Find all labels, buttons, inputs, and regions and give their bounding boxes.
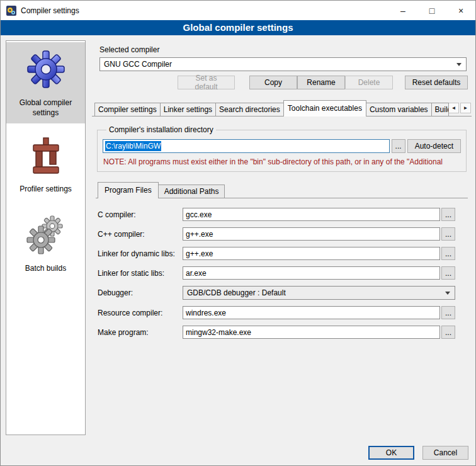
toolchain-executables-page: Compiler's installation directory C:\ray… [92, 116, 472, 448]
selected-compiler-value: GNU GCC Compiler [104, 60, 172, 69]
cpp-compiler-input[interactable] [183, 227, 440, 241]
field-row-linker-static: Linker for static libs: ... [98, 266, 455, 280]
set-as-default-button[interactable]: Set as default [178, 76, 235, 89]
tab-build[interactable]: Build [431, 103, 449, 116]
note-text: NOTE: All programs must exist either in … [103, 157, 461, 166]
sidebar-item-label: Profiler settings [20, 185, 72, 195]
window-title: Compiler settings [21, 6, 79, 15]
copy-button[interactable]: Copy [249, 76, 297, 89]
installation-directory-group-label: Compiler's installation directory [106, 125, 216, 134]
gears-gray-icon [26, 213, 66, 257]
sidebar-item-global-compiler-settings[interactable]: Global compiler settings [6, 42, 85, 123]
field-row-c-compiler: C compiler: ... [98, 208, 455, 221]
installation-directory-browse-button[interactable]: ... [392, 139, 405, 153]
c-compiler-input[interactable] [183, 208, 440, 221]
field-row-debugger: Debugger: GDB/CDB debugger : Default [98, 286, 455, 300]
dialog-footer: OK Cancel [368, 446, 468, 460]
installation-directory-value: C:\raylib\MinGW [105, 141, 161, 151]
window-controls: – □ × [388, 1, 475, 20]
maximize-icon[interactable]: □ [417, 1, 446, 20]
dialog-header-title: Global compiler settings [1, 20, 475, 35]
field-row-make-program: Make program: ... [98, 326, 455, 339]
field-row-linker-dynamic: Linker for dynamic libs: ... [98, 247, 455, 260]
tab-custom-variables[interactable]: Custom variables [366, 103, 432, 116]
chevron-down-icon [445, 292, 450, 295]
installation-directory-input[interactable]: C:\raylib\MinGW [103, 139, 390, 153]
tab-search-directories[interactable]: Search directories [215, 103, 284, 116]
program-files-fields: C compiler: ... C++ compiler: ... Linker… [96, 198, 468, 339]
tab-program-files[interactable]: Program Files [98, 182, 159, 198]
ok-button[interactable]: OK [368, 446, 414, 460]
field-row-cpp-compiler: C++ compiler: ... [98, 227, 455, 241]
main-content: Selected compiler GNU GCC Compiler Set a… [92, 40, 472, 448]
resource-compiler-browse-button[interactable]: ... [441, 306, 455, 319]
titlebar: Compiler settings – □ × [1, 1, 475, 20]
tab-toolchain-executables[interactable]: Toolchain executables [283, 100, 366, 116]
compiler-actions: Set as default Copy Rename Delete Reset … [92, 76, 472, 89]
tab-scroll-left-icon[interactable]: ◄ [448, 103, 459, 113]
resource-compiler-input[interactable] [183, 306, 440, 319]
cpp-compiler-label: C++ compiler: [98, 230, 183, 239]
tab-scroll-controls: ◄ ► [448, 103, 472, 113]
gear-blue-icon [26, 49, 66, 91]
linker-dynamic-input[interactable] [183, 247, 440, 260]
debugger-dropdown[interactable]: GDB/CDB debugger : Default [183, 286, 455, 300]
debugger-value: GDB/CDB debugger : Default [187, 288, 286, 297]
tab-scroll-right-icon[interactable]: ► [460, 103, 471, 113]
sidebar-item-label: Batch builds [25, 264, 66, 274]
compiler-settings-dialog: Compiler settings – □ × Global compiler … [0, 0, 476, 466]
tab-linker-settings[interactable]: Linker settings [160, 103, 216, 116]
sidebar-item-batch-builds[interactable]: Batch builds [6, 207, 85, 280]
sidebar-item-label: Global compiler settings [8, 98, 83, 118]
close-icon[interactable]: × [446, 1, 475, 20]
rename-button[interactable]: Rename [297, 76, 345, 89]
sidebar: Global compiler settings Profiler settin… [6, 40, 86, 435]
resource-compiler-label: Resource compiler: [98, 309, 183, 317]
auto-detect-button[interactable]: Auto-detect [407, 139, 461, 153]
linker-dynamic-browse-button[interactable]: ... [441, 247, 455, 260]
sidebar-item-profiler-settings[interactable]: Profiler settings [6, 130, 85, 200]
installation-directory-row: C:\raylib\MinGW ... Auto-detect [103, 139, 461, 153]
linker-static-browse-button[interactable]: ... [441, 266, 455, 280]
profiler-tool-icon [28, 137, 64, 178]
app-icon [6, 6, 16, 16]
settings-tabbar: Compiler settings Linker settings Search… [92, 100, 472, 116]
make-program-browse-button[interactable]: ... [441, 326, 455, 339]
reset-defaults-button[interactable]: Reset defaults [405, 76, 468, 89]
tab-additional-paths[interactable]: Additional Paths [158, 185, 225, 198]
make-program-input[interactable] [183, 326, 440, 339]
c-compiler-label: C compiler: [98, 210, 183, 219]
minimize-icon[interactable]: – [388, 1, 417, 20]
tab-compiler-settings[interactable]: Compiler settings [94, 103, 161, 116]
linker-dynamic-label: Linker for dynamic libs: [98, 249, 183, 258]
delete-button[interactable]: Delete [345, 76, 393, 89]
program-tabbar: Program Files Additional Paths [96, 182, 468, 198]
chevron-down-icon [456, 63, 462, 66]
cancel-button[interactable]: Cancel [422, 446, 468, 460]
linker-static-input[interactable] [183, 266, 440, 280]
debugger-label: Debugger: [98, 288, 183, 297]
cpp-compiler-browse-button[interactable]: ... [441, 227, 455, 241]
make-program-label: Make program: [98, 328, 183, 337]
field-row-resource-compiler: Resource compiler: ... [98, 306, 455, 319]
c-compiler-browse-button[interactable]: ... [441, 208, 455, 221]
installation-directory-group: Compiler's installation directory C:\ray… [97, 125, 467, 172]
linker-static-label: Linker for static libs: [98, 269, 183, 278]
selected-compiler-dropdown[interactable]: GNU GCC Compiler [99, 57, 467, 71]
selected-compiler-label: Selected compiler [99, 45, 472, 54]
